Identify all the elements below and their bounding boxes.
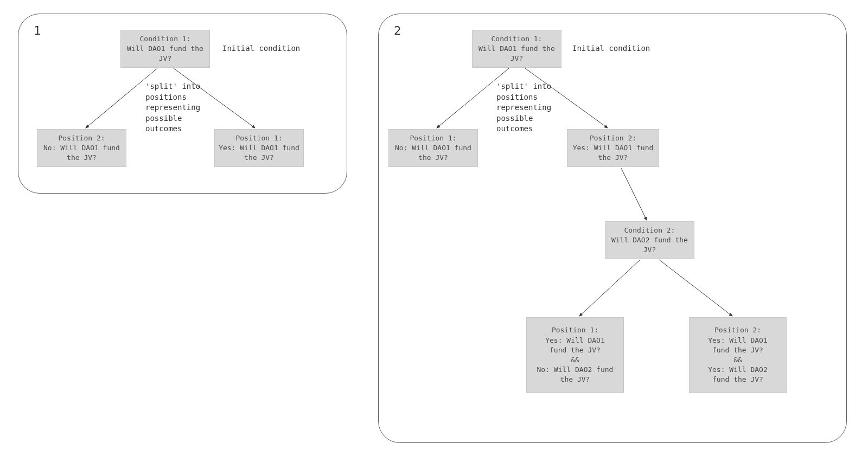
d1-position-1: Position 1: Yes: Will DAO1 fund the JV? <box>214 129 304 167</box>
panel-1-label: 1 <box>34 24 41 37</box>
d2-initial-condition: Initial condition <box>572 43 650 54</box>
d2-position-1: Position 1: No: Will DAO1 fund the JV? <box>388 129 478 167</box>
d2-condition-1: Condition 1: Will DAO1 fund the JV? <box>472 30 561 68</box>
d2-split-annotation: 'split' into positions representing poss… <box>496 81 551 134</box>
d2-leaf-2: Position 2: Yes: Will DAO1 fund the JV? … <box>689 317 787 393</box>
d1-split-annotation: 'split' into positions representing poss… <box>145 81 200 134</box>
d1-condition-1: Condition 1: Will DAO1 fund the JV? <box>120 30 210 68</box>
d1-position-2: Position 2: No: Will DAO1 fund the JV? <box>37 129 126 167</box>
d2-position-2: Position 2: Yes: Will DAO1 fund the JV? <box>567 129 659 167</box>
d1-initial-condition: Initial condition <box>222 43 300 54</box>
d2-condition-2: Condition 2: Will DAO2 fund the JV? <box>605 221 694 259</box>
d2-leaf-1: Position 1: Yes: Will DAO1 fund the JV? … <box>526 317 624 393</box>
panel-2-label: 2 <box>394 24 401 37</box>
